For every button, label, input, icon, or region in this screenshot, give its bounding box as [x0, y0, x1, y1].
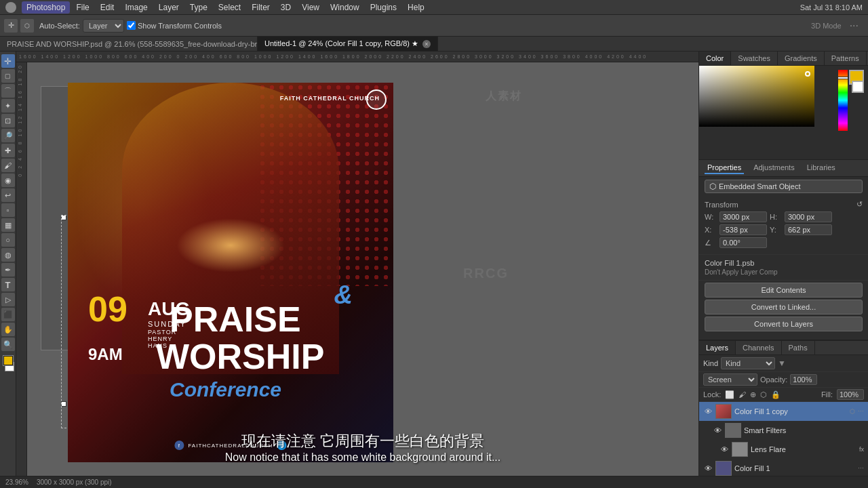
crop-tool[interactable]: ⊡	[1, 114, 15, 127]
toolbox: ✛ ▢ ⌒ ✦ ⊡ 🔎 ✚ 🖌 ◉ ↩ ▫ ▦ ○ ◍ ✒ T ▷ ⬛ ✋ 🔍	[0, 52, 16, 476]
dodge-tool[interactable]: ◍	[1, 248, 15, 262]
auto-select-dropdown[interactable]: Layer Group	[83, 19, 124, 33]
opacity-input[interactable]	[790, 374, 817, 385]
tab-untitled[interactable]: Untitled-1 @ 24% (Color Fill 1 copy, RGB…	[258, 37, 438, 51]
menu-view[interactable]: View	[297, 1, 324, 14]
show-transform-checkbox[interactable]	[127, 21, 136, 30]
layer-lens-flare[interactable]: 👁 Lens Flare fx	[699, 440, 868, 459]
color-panel: Color Swatches Gradients Patterns	[699, 52, 868, 160]
x-input[interactable]	[719, 224, 767, 235]
menu-help[interactable]: Help	[403, 1, 429, 14]
swatches-tab[interactable]: Swatches	[731, 52, 778, 65]
apple-logo-icon[interactable]	[5, 2, 16, 13]
menu-filter[interactable]: Filter	[247, 1, 275, 14]
menu-plugins[interactable]: Plugins	[366, 1, 401, 14]
move-tool-icon[interactable]: ✛	[4, 19, 18, 33]
menu-layer[interactable]: Layer	[154, 1, 184, 14]
lock-artboard-icon[interactable]: ⬡	[760, 390, 767, 399]
path-select-tool[interactable]: ▷	[1, 293, 15, 306]
zoom-tool[interactable]: 🔍	[1, 338, 15, 351]
color-gradient-picker[interactable]	[699, 66, 814, 127]
transform-angle-row: ∠	[705, 237, 863, 248]
libraries-tab[interactable]: Libraries	[804, 162, 838, 174]
blend-mode-dropdown[interactable]: Screen Normal Multiply Overlay Soft Ligh…	[703, 373, 757, 386]
layer-options-icon-3[interactable]: ⋯	[858, 465, 864, 472]
shape-tool[interactable]: ⬛	[1, 308, 15, 321]
menu-edit[interactable]: Edit	[96, 1, 119, 14]
blur-tool[interactable]: ○	[1, 233, 15, 247]
hand-tool[interactable]: ✋	[1, 323, 15, 336]
layer-color-fill[interactable]: 👁 Color Fill 1 ⋯	[699, 459, 868, 476]
color-picker-cursor	[805, 71, 810, 77]
eyedropper-tool[interactable]: 🔎	[1, 129, 15, 142]
edit-contents-button[interactable]: Edit Contents	[705, 283, 863, 298]
select-tool[interactable]: ▢	[1, 69, 15, 83]
right-panel: Color Swatches Gradients Patterns	[698, 52, 868, 476]
brush-tool[interactable]: 🖌	[1, 159, 15, 172]
layer-visibility-eye-2[interactable]: 👁	[719, 445, 729, 454]
layer-filter-dropdown[interactable]: Kind Name Effect Mode Attribute Color Sm…	[721, 357, 775, 369]
move-tool[interactable]: ✛	[1, 54, 15, 68]
layer-name-2: Lens Flare	[751, 445, 856, 453]
menu-image[interactable]: Image	[120, 1, 152, 14]
lock-position-icon[interactable]: ⊕	[750, 390, 756, 399]
gradient-tool[interactable]: ▦	[1, 218, 15, 232]
adjustments-tab[interactable]: Adjustments	[751, 162, 797, 174]
selection-mode-icon[interactable]: ⬡	[20, 19, 34, 33]
kind-label: Kind	[703, 359, 718, 367]
menu-file[interactable]: File	[71, 1, 94, 14]
flyer-design: FAITH CATHEDRAL CHURCH 09 AUG SUNDAY PAS…	[68, 83, 393, 462]
history-brush-tool[interactable]: ↩	[1, 188, 15, 202]
lasso-tool[interactable]: ⌒	[1, 84, 15, 98]
filter-icon[interactable]: ▼	[778, 359, 786, 368]
transform-handle-bl[interactable]	[61, 401, 66, 407]
tab-untitled-close[interactable]: ×	[422, 40, 431, 48]
background-color-box[interactable]	[852, 81, 864, 93]
pen-tool[interactable]: ✒	[1, 263, 15, 277]
type-tool[interactable]: T	[1, 278, 15, 291]
layers-tab[interactable]: Layers	[699, 341, 736, 354]
foreground-color-swatch[interactable]	[3, 355, 14, 366]
flyer-logo-circle	[366, 89, 387, 110]
fill-input[interactable]	[837, 389, 864, 400]
spot-healing-tool[interactable]: ✚	[1, 144, 15, 157]
menu-select[interactable]: Select	[214, 1, 245, 14]
more-options-btn[interactable]: ···	[850, 20, 859, 32]
color-tab[interactable]: Color	[699, 52, 731, 65]
lock-transparent-icon[interactable]: ⬜	[725, 390, 734, 399]
menu-3d[interactable]: 3D	[276, 1, 296, 14]
convert-to-linked-button[interactable]: Convert to Linked...	[705, 300, 863, 314]
lock-all-icon[interactable]: 🔒	[771, 390, 781, 399]
patterns-tab[interactable]: Patterns	[825, 52, 867, 65]
transform-handle-tl[interactable]	[61, 215, 66, 220]
menu-photoshop[interactable]: Photoshop	[22, 1, 70, 14]
color-hue-slider[interactable]	[838, 70, 848, 131]
layer-color-fill-copy[interactable]: 👁 Color Fill 1 copy ⬡ ⋯	[699, 402, 868, 421]
width-input[interactable]	[719, 211, 767, 222]
convert-to-layers-button[interactable]: Convert to Layers	[705, 317, 863, 331]
layer-visibility-eye-3[interactable]: 👁	[703, 464, 713, 473]
layer-options-icon-0[interactable]: ⋯	[858, 408, 864, 415]
ruler-left: 0 2 4 6 8 10 12 14 16 18 20	[16, 62, 27, 476]
flyer-social-name: FAITHCATHEDRALCHURCH	[188, 443, 273, 449]
menu-type[interactable]: Type	[185, 1, 212, 14]
layer-visibility-eye-1[interactable]: 👁	[713, 426, 722, 435]
lock-image-icon[interactable]: 🖌	[738, 390, 746, 399]
tab-praise-worship[interactable]: PRAISE AND WORSHIP.psd @ 21.6% (558-5589…	[0, 37, 258, 51]
smart-object-label: Embedded Smart Object	[719, 182, 800, 190]
height-input[interactable]	[785, 211, 832, 222]
angle-input[interactable]	[719, 237, 767, 248]
layer-visibility-eye-0[interactable]: 👁	[703, 407, 713, 416]
transform-reset-icon[interactable]: ↺	[856, 200, 863, 209]
magic-wand-tool[interactable]: ✦	[1, 99, 15, 113]
y-input[interactable]	[785, 224, 832, 235]
gradients-tab[interactable]: Gradients	[778, 52, 825, 65]
layer-smart-filters[interactable]: 👁 Smart Filters	[699, 421, 868, 440]
eraser-tool[interactable]: ▫	[1, 203, 15, 217]
clone-stamp-tool[interactable]: ◉	[1, 174, 15, 187]
channels-tab[interactable]: Channels	[736, 341, 781, 354]
properties-tab[interactable]: Properties	[705, 162, 744, 174]
canvas-area[interactable]: 人素材 人素材 RRCG RRCG	[27, 62, 698, 476]
menu-window[interactable]: Window	[326, 1, 364, 14]
paths-tab[interactable]: Paths	[782, 341, 815, 354]
